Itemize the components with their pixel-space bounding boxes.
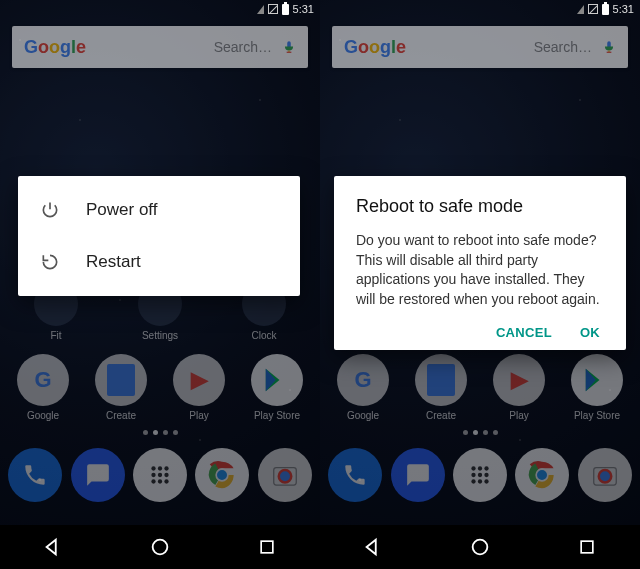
chrome-app-icon[interactable]	[195, 448, 249, 502]
app-folder[interactable]: Create	[415, 354, 467, 421]
page-indicator	[320, 430, 640, 435]
app-label: Create	[426, 410, 456, 421]
status-time: 5:31	[613, 3, 634, 15]
phone-left: 5:31 Google Search… Fit Settings Clock G…	[0, 0, 320, 569]
app-label: Play Store	[574, 410, 620, 421]
home-button[interactable]	[458, 525, 502, 569]
create-folder-icon	[415, 354, 467, 406]
power-off-item[interactable]: Power off	[18, 184, 300, 236]
svg-rect-16	[261, 541, 273, 553]
restart-item[interactable]: Restart	[18, 236, 300, 288]
svg-point-21	[478, 473, 482, 477]
app-folder-row: G Google Create ▶ Play Play Store	[320, 354, 640, 421]
app-label: Create	[106, 410, 136, 421]
google-logo: Google	[24, 37, 86, 58]
no-sim-icon	[588, 4, 598, 14]
svg-point-0	[151, 466, 155, 470]
navigation-bar	[0, 525, 320, 569]
recents-button[interactable]	[245, 525, 289, 569]
safe-mode-dialog: Reboot to safe mode Do you want to reboo…	[334, 176, 626, 350]
app-item[interactable]: Play Store	[251, 354, 303, 421]
svg-point-7	[158, 479, 162, 483]
svg-point-25	[484, 479, 488, 483]
app-label: Play	[189, 410, 208, 421]
restart-label: Restart	[86, 252, 141, 272]
svg-point-15	[153, 540, 168, 555]
svg-point-3	[151, 473, 155, 477]
svg-point-22	[484, 473, 488, 477]
quick-label: Fit	[50, 330, 61, 341]
power-menu: Power off Restart	[18, 176, 300, 296]
play-store-icon	[251, 354, 303, 406]
svg-point-8	[164, 479, 168, 483]
play-store-icon	[571, 354, 623, 406]
google-logo: Google	[344, 37, 406, 58]
wifi-icon	[577, 5, 584, 14]
phone-app-icon[interactable]	[8, 448, 62, 502]
phone-right: 5:31 Google Search… G Google Create ▶ Pl…	[320, 0, 640, 569]
svg-point-18	[478, 466, 482, 470]
camera-app-icon[interactable]	[258, 448, 312, 502]
app-drawer-icon[interactable]	[133, 448, 187, 502]
svg-point-6	[151, 479, 155, 483]
app-item[interactable]: Play Store	[571, 354, 623, 421]
status-bar: 5:31	[320, 0, 640, 18]
google-search-bar[interactable]: Google Search…	[332, 26, 628, 68]
app-folder[interactable]: ▶ Play	[493, 354, 545, 421]
power-icon	[40, 200, 60, 220]
svg-point-2	[164, 466, 168, 470]
back-button[interactable]	[351, 525, 395, 569]
dialog-actions: CANCEL OK	[356, 325, 604, 340]
app-folder[interactable]: ▶ Play	[173, 354, 225, 421]
search-placeholder: Search…	[86, 39, 272, 55]
svg-point-32	[473, 540, 488, 555]
battery-icon	[602, 4, 609, 15]
dialog-body: Do you want to reboot into safe mode? Th…	[356, 231, 604, 309]
no-sim-icon	[268, 4, 278, 14]
svg-point-20	[471, 473, 475, 477]
app-folder[interactable]: Create	[95, 354, 147, 421]
navigation-bar	[320, 525, 640, 569]
mic-icon[interactable]	[282, 38, 296, 56]
google-folder-icon: G	[337, 354, 389, 406]
app-label: Google	[27, 410, 59, 421]
phone-app-icon[interactable]	[328, 448, 382, 502]
status-bar: 5:31	[0, 0, 320, 18]
svg-point-1	[158, 466, 162, 470]
app-folder[interactable]: G Google	[337, 354, 389, 421]
app-drawer-icon[interactable]	[453, 448, 507, 502]
app-label: Play	[509, 410, 528, 421]
svg-point-19	[484, 466, 488, 470]
google-folder-icon: G	[17, 354, 69, 406]
wifi-icon	[257, 5, 264, 14]
power-off-label: Power off	[86, 200, 158, 220]
back-button[interactable]	[31, 525, 75, 569]
svg-rect-33	[581, 541, 593, 553]
app-folder-row: G Google Create ▶ Play Play Store	[0, 354, 320, 421]
quick-label: Clock	[251, 330, 276, 341]
messages-app-icon[interactable]	[391, 448, 445, 502]
restart-icon	[40, 252, 60, 272]
svg-point-24	[478, 479, 482, 483]
recents-button[interactable]	[565, 525, 609, 569]
camera-app-icon[interactable]	[578, 448, 632, 502]
battery-icon	[282, 4, 289, 15]
create-folder-icon	[95, 354, 147, 406]
dialog-title: Reboot to safe mode	[356, 196, 604, 217]
ok-button[interactable]: OK	[580, 325, 600, 340]
messages-app-icon[interactable]	[71, 448, 125, 502]
svg-point-5	[164, 473, 168, 477]
google-search-bar[interactable]: Google Search…	[12, 26, 308, 68]
app-label: Play Store	[254, 410, 300, 421]
cancel-button[interactable]: CANCEL	[496, 325, 552, 340]
svg-point-23	[471, 479, 475, 483]
app-folder[interactable]: G Google	[17, 354, 69, 421]
dock	[0, 448, 320, 502]
page-indicator	[0, 430, 320, 435]
chrome-app-icon[interactable]	[515, 448, 569, 502]
play-folder-icon: ▶	[493, 354, 545, 406]
mic-icon[interactable]	[602, 38, 616, 56]
home-button[interactable]	[138, 525, 182, 569]
dock	[320, 448, 640, 502]
search-placeholder: Search…	[406, 39, 592, 55]
